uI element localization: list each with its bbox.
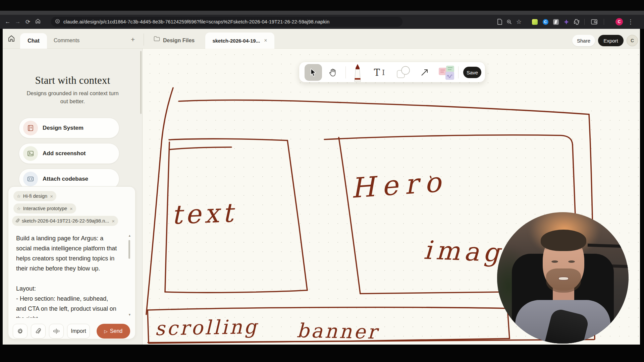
sketch-label-banner: banner [297,319,380,343]
extension-chat-icon[interactable] [531,18,539,26]
sidebar-title: Start with context [3,74,143,86]
chip-label: sketch-2026-04-19T21-26-22-59aj98.n... [22,218,109,224]
extension-claw-icon[interactable] [562,18,570,26]
save-button[interactable]: Save [463,67,481,78]
arrow-tool[interactable] [419,67,431,78]
prompt-line: - Hero section: headline, subhead, [16,294,124,304]
browser-menu-icon[interactable]: ⋮ [627,18,635,26]
tab-chat[interactable]: Chat [20,33,47,49]
sketch-text-box-left [165,142,169,292]
browser-home-icon[interactable] [33,18,43,26]
chip-label: Interactive prototype [23,206,67,211]
toolbar-divider [345,66,346,78]
extension-blue-c-icon[interactable]: C [541,18,549,26]
prompt-line: Build a landing page for Argus: a [16,233,124,243]
design-system-book-icon [23,121,38,135]
send-button[interactable]: ▷ Send [97,324,130,339]
marker-tool[interactable] [352,63,364,82]
side-panel-search-icon[interactable] [590,18,598,26]
gear-icon [17,328,23,335]
screen-letterbox-top [0,0,644,11]
text-tool[interactable]: T I [370,67,388,78]
tab-design-files[interactable]: Design Files [163,38,195,44]
export-button[interactable]: Export [598,35,624,46]
screen-letterbox-bottom [0,345,644,362]
sketch-hero-box-left [339,137,360,294]
tab-chat-label: Chat [28,38,40,44]
tab-close-icon[interactable]: × [264,38,267,44]
hand-tool[interactable] [327,67,338,77]
eye [551,260,558,263]
forward-icon[interactable]: → [13,18,23,25]
beard [546,268,581,293]
reading-mode-icon[interactable] [496,18,504,26]
prompt-line [16,274,124,284]
prompt-line: social media intelligence platform that [16,243,124,253]
sketch-outer-frame-left [146,88,173,314]
waveform-icon [53,328,60,334]
sticky-notes-icon [438,65,455,80]
sketch-label-scrolling: scrolling [155,315,259,340]
reload-icon[interactable]: ⟳ [23,18,33,25]
design-canvas[interactable]: text Hero image scrolling banner T I [143,49,640,345]
chip-interactive-prototype[interactable]: ☆ Interactive prototype × [13,203,76,214]
add-screenshot-button[interactable]: Add screenshot [19,143,119,164]
tab-sketch-file[interactable]: sketch-2026-04-19... × [205,33,274,49]
text-tool-t-glyph: T [374,67,380,78]
prompt-line: the right [16,314,124,318]
attach-codebase-label: Attach codebase [43,176,88,182]
chip-close-icon[interactable]: × [70,206,73,212]
scroll-down-icon[interactable]: ▼ [128,313,131,316]
sticky-notes-tool[interactable] [437,65,455,81]
attach-button[interactable] [31,324,46,339]
eye [568,260,575,263]
import-button[interactable]: Import [67,324,90,339]
new-chat-tab-button[interactable]: + [131,36,135,44]
back-icon[interactable]: ← [3,18,13,25]
sketch-hero-box-top [324,135,573,145]
share-button[interactable]: Share [572,35,595,46]
folder-icon [154,36,160,43]
select-tool-active[interactable] [305,64,322,81]
scroll-up-icon[interactable]: ▲ [128,234,131,237]
screen-letterbox-left [0,29,3,345]
toolbar-divider [604,19,604,25]
text-cursor-glyph: I [382,68,385,77]
browser-profile-avatar[interactable]: C [615,18,623,26]
chip-close-icon[interactable]: × [112,218,115,224]
extensions-puzzle-icon[interactable] [573,18,581,26]
shape-tool[interactable] [395,65,411,80]
zoom-search-icon[interactable] [505,18,513,26]
app-home-icon[interactable] [7,35,15,44]
voice-button[interactable] [49,324,64,339]
chip-hifi-design[interactable]: ☆ Hi-fi design × [13,191,56,201]
url-text[interactable]: claude.ai/design/p/c1cd1864-7c3b-4d45-8e… [63,19,329,24]
chip-close-icon[interactable]: × [50,193,53,199]
cursor-icon [309,68,317,77]
textarea-scrollbar[interactable] [128,240,130,259]
star-icon: ☆ [17,206,21,211]
screen-letterbox-right [640,29,644,345]
codebase-icon [23,172,38,186]
paperclip-icon [36,328,41,335]
canvas-toolbar: T I Save [299,62,485,82]
site-info-icon[interactable] [55,19,60,25]
send-label: Send [110,328,122,334]
chip-label: Hi-fi design [23,193,48,199]
bookmark-star-icon[interactable]: ☆ [515,18,523,26]
design-system-button[interactable]: Design System [19,118,119,138]
screenshot-image-icon [23,146,38,161]
sketch-text-box-bottom [165,290,307,293]
settings-button[interactable] [13,324,28,339]
sidebar-subtitle: Designs grounded in real context turn ou… [23,89,122,105]
sketch-text-box-right [287,140,307,290]
paperclip-icon [15,219,19,223]
sketch-banner-left [148,310,149,343]
chip-sketch-file[interactable]: sketch-2026-04-19T21-26-22-59aj98.n... × [12,216,118,226]
extension-gray-icon[interactable] [552,18,560,26]
webcam-overlay [497,212,629,344]
prompt-textarea[interactable]: Build a landing page for Argus: a social… [16,233,124,318]
tab-comments[interactable]: Comments [54,38,79,44]
url-bar[interactable]: claude.ai/design/p/c1cd1864-7c3b-4d45-8e… [51,17,402,27]
user-avatar[interactable]: C [627,35,638,46]
